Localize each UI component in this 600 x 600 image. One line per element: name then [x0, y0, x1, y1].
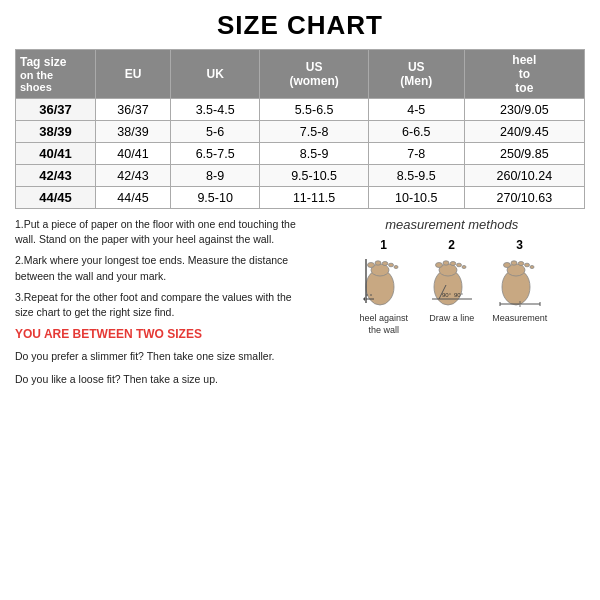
- cell-us-men: 7-8: [368, 143, 464, 165]
- cell-us-men: 10-10.5: [368, 187, 464, 209]
- table-row: 38/39 38/39 5-6 7.5-8 6-6.5 240/9.45: [16, 121, 585, 143]
- cell-eu: 38/39: [96, 121, 171, 143]
- between-sizes-label: YOU ARE BETWEEN TWO SIZES: [15, 326, 308, 343]
- svg-point-2: [367, 263, 374, 268]
- svg-marker-10: [363, 297, 365, 301]
- cell-heel: 270/10.63: [464, 187, 584, 209]
- cell-tag: 44/45: [16, 187, 96, 209]
- svg-point-6: [394, 266, 398, 269]
- svg-point-27: [524, 263, 529, 267]
- cell-heel: 230/9.05: [464, 99, 584, 121]
- cell-eu: 40/41: [96, 143, 171, 165]
- fit-note: Do you prefer a slimmer fit? Then take o…: [15, 348, 308, 365]
- size-table: Tag size on the shoes EU UK US (women) U…: [15, 49, 585, 209]
- svg-point-13: [435, 263, 442, 268]
- step-number: 1: [380, 238, 387, 252]
- cell-uk: 5-6: [171, 121, 260, 143]
- table-row: 44/45 44/45 9.5-10 11-11.5 10-10.5 270/1…: [16, 187, 585, 209]
- table-row: 40/41 40/41 6.5-7.5 8.5-9 7-8 250/9.85: [16, 143, 585, 165]
- svg-point-16: [456, 263, 461, 267]
- cell-us-women: 8.5-9: [260, 143, 369, 165]
- measurement-title: measurement methods: [385, 217, 518, 232]
- svg-point-26: [518, 262, 524, 266]
- bottom-section: 1.Put a piece of paper on the floor with…: [15, 217, 585, 590]
- step-illustration: 90° 90°: [426, 255, 478, 310]
- step-number: 2: [448, 238, 455, 252]
- fit-note: Do you like a loose fit? Then take a siz…: [15, 371, 308, 388]
- instruction-paragraph: 1.Put a piece of paper on the floor with…: [15, 217, 308, 247]
- cell-uk: 6.5-7.5: [171, 143, 260, 165]
- page: SIZE CHART Tag size on the shoes EU UK U…: [0, 0, 600, 600]
- cell-us-men: 6-6.5: [368, 121, 464, 143]
- header-us-women: US (women): [260, 50, 369, 99]
- cell-eu: 42/43: [96, 165, 171, 187]
- cell-us-women: 9.5-10.5: [260, 165, 369, 187]
- cell-heel: 240/9.45: [464, 121, 584, 143]
- step-illustration: [358, 255, 410, 310]
- cell-uk: 3.5-4.5: [171, 99, 260, 121]
- svg-text:90°: 90°: [454, 292, 464, 298]
- cell-eu: 44/45: [96, 187, 171, 209]
- table-row: 36/37 36/37 3.5-4.5 5.5-6.5 4-5 230/9.05: [16, 99, 585, 121]
- step-label: Draw a line: [429, 313, 474, 325]
- cell-us-women: 7.5-8: [260, 121, 369, 143]
- measurement-steps: 1 heel against the wall 2 90° 90° Draw a…: [353, 238, 551, 336]
- header-eu: EU: [96, 50, 171, 99]
- header-heel: heel to toe: [464, 50, 584, 99]
- table-row: 42/43 42/43 8-9 9.5-10.5 8.5-9.5 260/10.…: [16, 165, 585, 187]
- step-number: 3: [516, 238, 523, 252]
- instructions-panel: 1.Put a piece of paper on the floor with…: [15, 217, 308, 590]
- svg-point-25: [511, 261, 517, 265]
- cell-eu: 36/37: [96, 99, 171, 121]
- cell-us-women: 5.5-6.5: [260, 99, 369, 121]
- cell-heel: 250/9.85: [464, 143, 584, 165]
- measurement-step-3: 3 Measurement: [489, 238, 551, 325]
- measurement-section: measurement methods 1 heel against the w…: [318, 217, 585, 590]
- step-illustration: [494, 255, 546, 310]
- header-us-men: US (Men): [368, 50, 464, 99]
- instruction-paragraph: 2.Mark where your longest toe ends. Meas…: [15, 253, 308, 283]
- svg-text:90°: 90°: [442, 292, 452, 298]
- page-title: SIZE CHART: [15, 10, 585, 41]
- svg-point-24: [503, 263, 510, 268]
- cell-tag: 36/37: [16, 99, 96, 121]
- svg-point-14: [443, 261, 449, 265]
- step-label: Measurement: [492, 313, 547, 325]
- svg-point-4: [382, 262, 388, 266]
- step-label: heel against the wall: [353, 313, 415, 336]
- cell-us-men: 8.5-9.5: [368, 165, 464, 187]
- cell-heel: 260/10.24: [464, 165, 584, 187]
- cell-us-men: 4-5: [368, 99, 464, 121]
- measurement-step-1: 1 heel against the wall: [353, 238, 415, 336]
- measurement-step-2: 2 90° 90° Draw a line: [421, 238, 483, 325]
- cell-us-women: 11-11.5: [260, 187, 369, 209]
- svg-point-28: [530, 266, 534, 269]
- cell-uk: 9.5-10: [171, 187, 260, 209]
- svg-point-15: [450, 262, 456, 266]
- cell-tag: 38/39: [16, 121, 96, 143]
- svg-point-5: [388, 263, 393, 267]
- header-uk: UK: [171, 50, 260, 99]
- cell-tag: 40/41: [16, 143, 96, 165]
- header-tag: Tag size on the shoes: [16, 50, 96, 99]
- cell-uk: 8-9: [171, 165, 260, 187]
- instruction-paragraph: 3.Repeat for the other foot and compare …: [15, 290, 308, 320]
- svg-point-3: [375, 261, 381, 265]
- svg-point-17: [462, 266, 466, 269]
- cell-tag: 42/43: [16, 165, 96, 187]
